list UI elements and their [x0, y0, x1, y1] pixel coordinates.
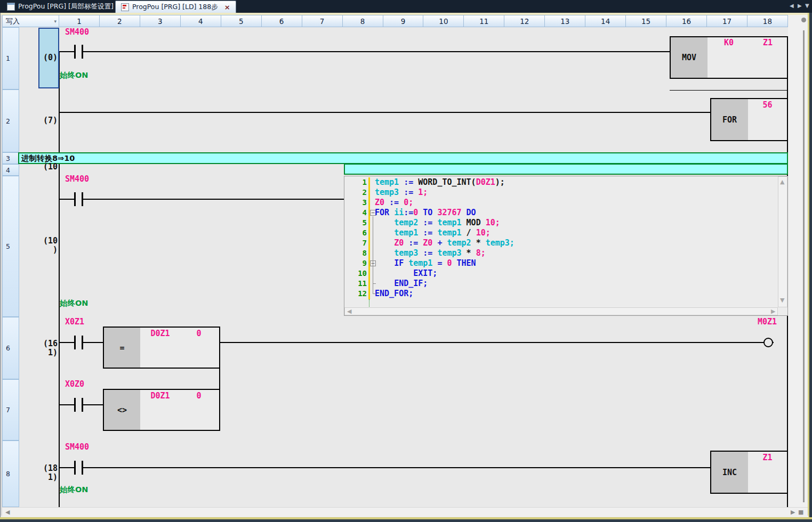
- main-horizontal-scrollbar[interactable]: [2, 507, 808, 516]
- step-number: (10: [20, 236, 58, 245]
- operand: Z1: [748, 453, 787, 462]
- document-tab-bar: ProgPou [PRG] [局部标签设置] ProgPou [PRG] [LD…: [0, 0, 812, 13]
- st-box-title-bar[interactable]: [344, 164, 788, 175]
- st-line-number: 7: [347, 238, 367, 248]
- st-line-number: 3: [347, 198, 367, 208]
- column-header-9: 9: [383, 15, 424, 27]
- column-header-7: 7: [302, 15, 343, 27]
- rung2-wire: [59, 112, 710, 113]
- device-comment: 始终ON: [60, 298, 88, 308]
- column-header-1: 1: [59, 15, 100, 27]
- st-line-number: 4: [347, 208, 367, 218]
- st-horizontal-scrollbar[interactable]: [344, 307, 778, 315]
- rung-comment-bar[interactable]: 进制转换8⇒10: [18, 152, 788, 164]
- device-comment: 始终ON: [60, 70, 88, 80]
- ladder-row-number-8[interactable]: 8: [2, 441, 19, 507]
- operand: 56: [748, 100, 787, 110]
- main-vertical-scrollbar[interactable]: [788, 15, 808, 516]
- tab-progpou-ld[interactable]: ProgPou [PRG] [LD] 188步 ×: [115, 1, 236, 13]
- no-contact-sm400[interactable]: [74, 461, 83, 475]
- operand: D0Z1: [140, 329, 180, 338]
- st-line-number: 5: [347, 218, 367, 228]
- frame-edge: [809, 13, 812, 522]
- chevron-down-icon[interactable]: ▾: [54, 19, 57, 24]
- no-contact-x0z0[interactable]: [74, 398, 83, 412]
- st-line-number: 6: [347, 228, 367, 238]
- column-header-17: 17: [707, 15, 747, 27]
- vertical-scrollbar-thumb[interactable]: [803, 30, 805, 502]
- no-contact-sm400[interactable]: [74, 45, 83, 59]
- left-power-rail: [59, 51, 60, 507]
- ladder-editor-icon: [121, 3, 129, 11]
- st-code-line: Z0 := Z0 + temp2 * temp3;: [375, 238, 514, 248]
- st-line-number: 8: [347, 248, 367, 258]
- close-tab-icon[interactable]: ×: [224, 3, 230, 11]
- column-header-12: 12: [504, 15, 545, 27]
- step-number: (18: [20, 464, 58, 472]
- operand: 0: [180, 391, 218, 401]
- device-label: SM400: [65, 27, 89, 37]
- no-contact-x0z1[interactable]: [74, 336, 83, 349]
- tab-label: ProgPou [PRG] [LD] 188步: [132, 3, 218, 12]
- operand: 0: [180, 329, 218, 338]
- st-line-number: 12: [347, 289, 367, 299]
- rung1-wire: [59, 51, 670, 52]
- st-code-line: IF temp1 = 0 THEN: [375, 258, 476, 268]
- device-label: SM400: [65, 442, 89, 452]
- instruction-mnemonic: FOR: [711, 99, 748, 140]
- tab-list-icon[interactable]: ▼: [805, 3, 809, 9]
- output-coil-m0z1[interactable]: [763, 338, 773, 347]
- scrollbar-box-icon[interactable]: ■: [798, 509, 803, 516]
- st-line-number: 10: [347, 268, 367, 279]
- column-header-2: 2: [100, 15, 140, 27]
- tab-scroll-right-icon[interactable]: ▶: [798, 3, 802, 9]
- column-header-11: 11: [464, 15, 504, 27]
- st-vertical-scrollbar[interactable]: [778, 176, 787, 307]
- ladder-row-number-4[interactable]: 4: [2, 164, 19, 176]
- fold-guide-corner: [373, 293, 376, 294]
- step-number: (0): [20, 53, 58, 62]
- ladder-row-number-1[interactable]: 1: [2, 27, 19, 89]
- st-code-line: EXIT;: [375, 268, 437, 279]
- st-saved-bar: [369, 299, 370, 307]
- scroll-left-icon[interactable]: ◀: [347, 308, 351, 314]
- device-label: M0Z1: [758, 317, 777, 327]
- st-line-number: 2: [347, 187, 367, 198]
- ladder-row-number-7[interactable]: 7: [2, 379, 19, 441]
- step-number: (16: [20, 339, 58, 348]
- step-number: 1): [20, 348, 58, 357]
- column-header-14: 14: [585, 15, 626, 27]
- st-code-line: temp2 := temp1 MOD 10;: [375, 218, 500, 228]
- scroll-left-icon[interactable]: ◀: [5, 509, 10, 516]
- tab-scroll-left-icon[interactable]: ◀: [790, 3, 794, 9]
- ladder-row-number-2[interactable]: 2: [2, 89, 19, 152]
- device-label: X0Z1: [65, 317, 84, 327]
- scroll-up-icon[interactable]: ▲: [780, 179, 784, 185]
- scroll-right-icon[interactable]: ▶: [771, 308, 775, 314]
- fold-guide-line: [373, 216, 373, 294]
- step-number: (10: [20, 162, 58, 171]
- compare-operator: <>: [104, 390, 140, 430]
- st-code-line: FOR ii:=0 TO 32767 DO: [375, 208, 476, 218]
- step-number: (7): [20, 116, 58, 125]
- column-header-16: 16: [666, 15, 707, 27]
- operand: K0: [709, 38, 749, 47]
- column-header-18: 18: [747, 15, 788, 27]
- scroll-down-icon[interactable]: ▼: [780, 297, 784, 303]
- device-label: X0Z0: [65, 379, 84, 389]
- st-code-line: temp3 := temp3 * 8;: [375, 248, 486, 258]
- mode-selector[interactable]: 写入 ▾: [2, 15, 59, 27]
- mode-label: 写入: [6, 17, 20, 26]
- st-code-line: temp3 := 1;: [375, 187, 428, 198]
- ladder-row-number-5[interactable]: 5: [2, 176, 19, 317]
- st-code-line: END_FOR;: [375, 289, 413, 299]
- scroll-right-icon[interactable]: ▶: [791, 509, 795, 516]
- tab-progpou-labels[interactable]: ProgPou [PRG] [局部标签设置]: [2, 1, 119, 13]
- no-contact-sm400[interactable]: [74, 192, 83, 206]
- st-code-line: END_IF;: [375, 279, 428, 289]
- column-header-4: 4: [181, 15, 221, 27]
- instruction-mnemonic: INC: [711, 452, 748, 493]
- ladder-row-number-3[interactable]: 3: [2, 152, 19, 164]
- ladder-row-number-6[interactable]: 6: [2, 317, 19, 379]
- st-code-line: Z0 := 0;: [375, 198, 413, 208]
